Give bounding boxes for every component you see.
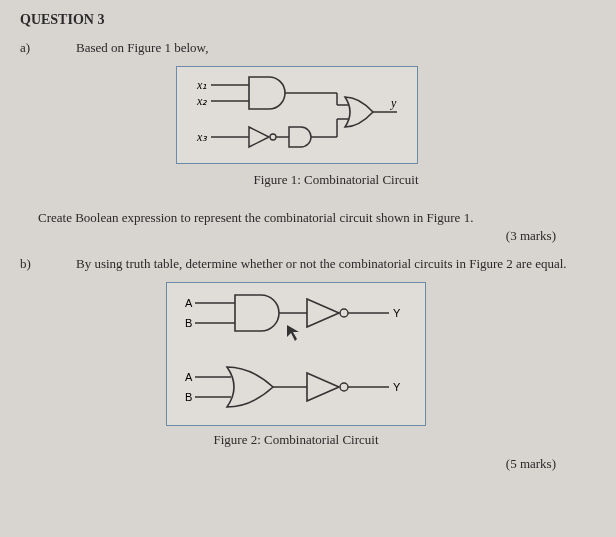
question-header: QUESTION 3 [20, 12, 596, 28]
c1-a-label: A [185, 297, 193, 309]
c2-not-gate-icon [307, 373, 339, 401]
c1-and-gate-icon [235, 295, 279, 331]
c2-a-label: A [185, 371, 193, 383]
svg-point-15 [340, 309, 348, 317]
c1-not-gate-icon [307, 299, 339, 327]
svg-point-6 [270, 134, 276, 140]
figure-1-caption: Figure 1: Combinatorial Circuit [76, 172, 596, 188]
x2-label: x₂ [196, 94, 208, 108]
part-b-marks: (5 marks) [20, 456, 556, 472]
figure-1-circuit: x₁ x₂ x₃ [177, 67, 419, 165]
figure-2-circuits: A B Y A B [167, 283, 427, 427]
x1-label: x₁ [196, 78, 207, 92]
part-a-task: Create Boolean expression to represent t… [38, 210, 556, 226]
x3-label: x₃ [196, 130, 208, 144]
figure-2-box: A B Y A B [166, 282, 426, 426]
figure-1-box: x₁ x₂ x₃ [176, 66, 418, 164]
part-a-marks: (3 marks) [20, 228, 556, 244]
figure-2-caption: Figure 2: Combinatorial Circuit [166, 432, 426, 448]
buffer-and-icon [289, 127, 311, 147]
part-a-prompt: Based on Figure 1 below, [76, 40, 596, 56]
or-gate-icon [345, 97, 373, 127]
c1-b-label: B [185, 317, 192, 329]
y-label: y [390, 96, 397, 110]
part-a-label: a) [20, 40, 76, 202]
c1-y-label: Y [393, 307, 401, 319]
part-b: b) By using truth table, determine wheth… [20, 256, 596, 448]
part-b-label: b) [20, 256, 76, 448]
and-gate-icon [249, 77, 285, 109]
svg-point-20 [340, 383, 348, 391]
c2-y-label: Y [393, 381, 401, 393]
part-b-prompt: By using truth table, determine whether … [76, 256, 596, 272]
not-gate-icon [249, 127, 269, 147]
c2-or-gate-icon [227, 367, 273, 407]
part-a: a) Based on Figure 1 below, x₁ x₂ x₃ [20, 40, 596, 202]
cursor-icon [287, 325, 299, 341]
c2-b-label: B [185, 391, 192, 403]
